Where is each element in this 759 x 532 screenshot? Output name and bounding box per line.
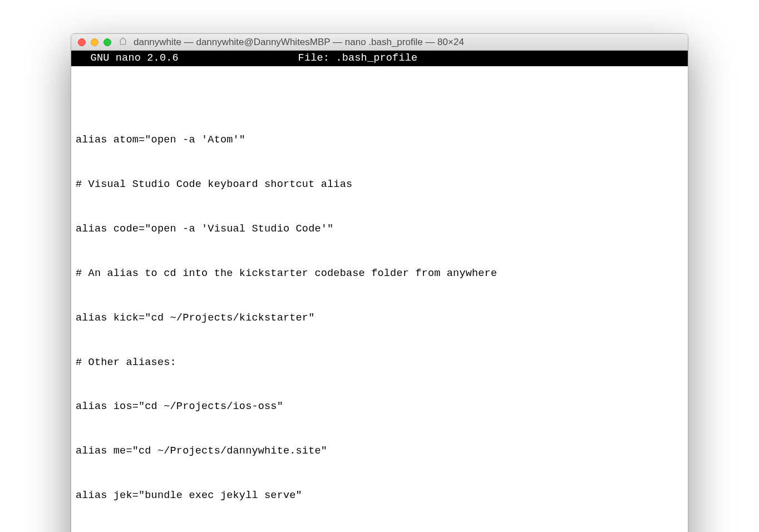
code-line: alias atom="open -a 'Atom'" bbox=[76, 133, 683, 148]
code-line: alias code="open -a 'Visual Studio Code'… bbox=[76, 222, 683, 237]
code-line: alias jek="bundle exec jekyll serve" bbox=[76, 489, 683, 504]
terminal-content[interactable]: GNU nano 2.0.6 File: .bash_profile alias… bbox=[71, 51, 688, 532]
nano-app-name: GNU nano 2.0.6 bbox=[78, 51, 179, 66]
maximize-button[interactable] bbox=[103, 38, 111, 46]
traffic-lights bbox=[78, 38, 111, 46]
home-icon bbox=[119, 37, 127, 47]
editor-body[interactable]: alias atom="open -a 'Atom'" # Visual Stu… bbox=[71, 66, 688, 532]
window-title: dannywhite — dannywhite@DannyWhitesMBP —… bbox=[134, 37, 464, 48]
minimize-button[interactable] bbox=[91, 38, 98, 46]
code-line: # Other aliases: bbox=[76, 356, 683, 371]
close-button[interactable] bbox=[78, 38, 86, 46]
window-titlebar[interactable]: dannywhite — dannywhite@DannyWhitesMBP —… bbox=[71, 34, 688, 51]
terminal-window: dannywhite — dannywhite@DannyWhitesMBP —… bbox=[71, 33, 688, 532]
code-line: alias ios="cd ~/Projects/ios-oss" bbox=[76, 400, 683, 415]
nano-header: GNU nano 2.0.6 File: .bash_profile bbox=[71, 51, 688, 66]
code-line: alias kick="cd ~/Projects/kickstarter" bbox=[76, 311, 683, 326]
nano-file-label: File: .bash_profile bbox=[298, 51, 418, 66]
code-line: alias me="cd ~/Projects/dannywhite.site" bbox=[76, 444, 683, 459]
code-line: # Visual Studio Code keyboard shortcut a… bbox=[76, 178, 683, 193]
code-line: # An alias to cd into the kickstarter co… bbox=[76, 267, 683, 282]
